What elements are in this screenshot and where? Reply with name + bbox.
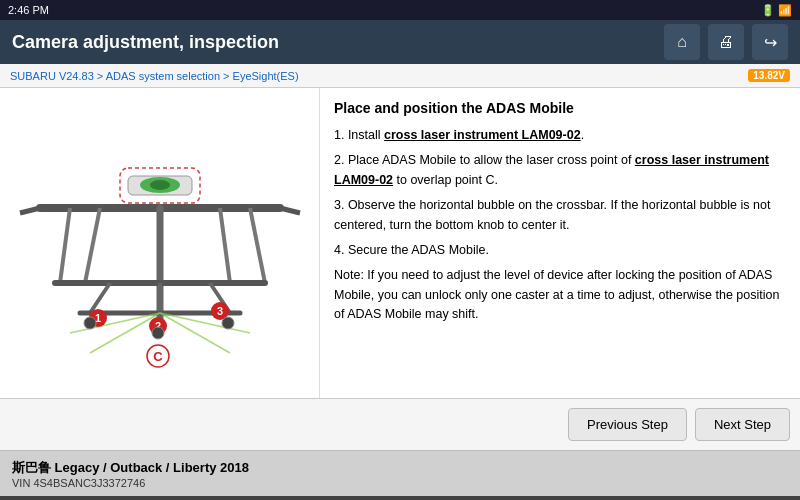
status-icons: 🔋 📶 (761, 4, 792, 17)
next-step-button[interactable]: Next Step (695, 408, 790, 441)
status-time: 2:46 PM (8, 4, 49, 16)
svg-point-31 (222, 317, 234, 329)
instructions-body: 1. Install cross laser instrument LAM09-… (334, 126, 786, 324)
svg-point-30 (152, 327, 164, 339)
svg-line-8 (60, 208, 70, 283)
vehicle-bar: 斯巴鲁 Legacy / Outback / Liberty 2018 VIN … (0, 450, 800, 496)
step4-text: 4. Secure the ADAS Mobile. (334, 241, 786, 260)
step1-link: cross laser instrument LAM09-02 (384, 128, 581, 142)
diagram-panel: 1 2 3 C (0, 88, 320, 398)
svg-line-13 (90, 283, 110, 313)
home-button[interactable]: ⌂ (664, 24, 700, 60)
header-icons: ⌂ 🖨 ↪ (664, 24, 788, 60)
page-title: Camera adjustment, inspection (12, 32, 279, 53)
main-content: 1 2 3 C Place and position the ADAS Mobi… (0, 88, 800, 398)
exit-button[interactable]: ↪ (752, 24, 788, 60)
vehicle-name: 斯巴鲁 Legacy / Outback / Liberty 2018 (12, 459, 788, 477)
header: Camera adjustment, inspection ⌂ 🖨 ↪ (0, 20, 800, 64)
voltage-badge: 13.82V (748, 69, 790, 82)
previous-step-button[interactable]: Previous Step (568, 408, 687, 441)
svg-line-20 (160, 313, 250, 333)
button-bar: Previous Step Next Step (0, 398, 800, 450)
step1-prefix: 1. Install (334, 128, 384, 142)
breadcrumb-bar: SUBARU V24.83 > ADAS system selection > … (0, 64, 800, 88)
svg-point-29 (84, 317, 96, 329)
svg-line-7 (280, 208, 300, 213)
svg-line-9 (85, 208, 100, 283)
bottom-nav-bar: ◀ ● ■ ⛶ (0, 496, 800, 500)
note-text: Note: If you need to adjust the level of… (334, 266, 786, 324)
print-button[interactable]: 🖨 (708, 24, 744, 60)
instructions-panel: Place and position the ADAS Mobile 1. In… (320, 88, 800, 398)
svg-line-11 (250, 208, 265, 283)
svg-line-6 (20, 208, 40, 213)
step2-prefix: 2. Place ADAS Mobile to allow the laser … (334, 153, 635, 167)
status-bar: 2:46 PM 🔋 📶 (0, 0, 800, 20)
vehicle-vin: VIN 4S4BSANC3J3372746 (12, 477, 788, 489)
svg-point-5 (150, 180, 170, 190)
svg-text:3: 3 (216, 305, 222, 317)
step3-text: 3. Observe the horizontal bubble on the … (334, 196, 786, 235)
adas-diagram: 1 2 3 C (10, 98, 310, 388)
step1-suffix: . (581, 128, 584, 142)
svg-line-10 (220, 208, 230, 283)
svg-text:C: C (153, 349, 163, 364)
breadcrumb: SUBARU V24.83 > ADAS system selection > … (10, 70, 299, 82)
instructions-title: Place and position the ADAS Mobile (334, 100, 786, 116)
step2-suffix: to overlap point C. (393, 173, 498, 187)
